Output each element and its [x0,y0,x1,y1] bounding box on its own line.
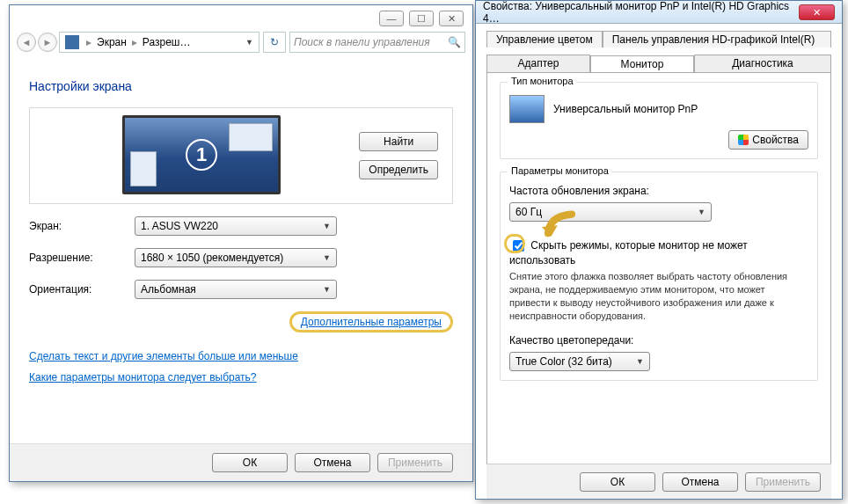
chevron-down-icon: ▼ [698,208,705,216]
back-button[interactable]: ◄ [17,33,36,52]
ok-button[interactable]: ОК [580,472,655,492]
cancel-button[interactable]: Отмена [295,453,370,472]
chevron-down-icon: ▼ [323,222,331,230]
apply-button[interactable]: Применить [745,472,821,492]
screen-icon [65,35,79,49]
preview-window-icon [229,123,273,151]
cancel-button[interactable]: Отмена [662,472,738,492]
hide-modes-description: Снятие этого флажка позволяет выбрать ча… [509,270,808,322]
monitor-preview: 1 Найти Определить [29,107,453,204]
titlebar: Свойства: Универсальный монитор PnP и In… [476,1,842,24]
chevron-down-icon: ▼ [323,253,331,262]
crumb-resolution[interactable]: Разреш… [141,36,193,48]
color-quality-select[interactable]: True Color (32 бита)▼ [509,352,650,371]
monitor-type-group: Тип монитора Универсальный монитор PnP С… [500,82,818,159]
monitor-name: Универсальный монитор PnP [553,103,698,115]
text-size-link[interactable]: Сделать текст и другие элементы больше и… [29,350,298,362]
tab-content: Тип монитора Универсальный монитор PnP С… [486,72,831,468]
hide-modes-checkbox[interactable] [513,240,524,252]
minimize-button[interactable]: — [379,11,404,26]
monitor-params-group: Параметры монитора Частота обновления эк… [500,172,818,381]
dialog-footer: ОК Отмена Применить [486,464,831,499]
forward-button[interactable]: ► [38,33,57,52]
refresh-rate-label: Частота обновления экрана: [509,185,808,197]
dialog-footer: ОК Отмена Применить [10,443,472,481]
tab-monitor[interactable]: Монитор [590,55,694,73]
maximize-button[interactable]: ☐ [409,11,434,26]
apply-button[interactable]: Применить [377,453,453,472]
tab-adapter[interactable]: Адаптер [486,55,590,72]
close-button[interactable]: ✕ [799,4,835,20]
properties-button[interactable]: Свойства [728,130,808,150]
search-icon: 🔍 [448,36,461,48]
orientation-label: Ориентация: [29,283,135,296]
monitor-icon [509,95,545,123]
nav-bar: ◄ ► ▸ Экран ▸ Разреш… ▼ ↻ Поиск в панели… [10,28,472,56]
search-input[interactable]: Поиск в панели управления 🔍 [289,32,465,53]
tab-diagnostics[interactable]: Диагностика [694,55,831,72]
monitor-thumbnail[interactable]: 1 [122,115,281,194]
detect-button[interactable]: Определить [359,160,438,179]
tab-intel-panel[interactable]: Панель управления HD-графикой Intel(R) [603,31,831,47]
screen-label: Экран: [29,220,135,232]
advanced-link-highlight: Дополнительные параметры [289,311,453,332]
page-title: Настройки экрана [29,79,453,93]
refresh-button[interactable]: ↻ [263,32,286,53]
resolution-select[interactable]: 1680 × 1050 (рекомендуется)▼ [135,248,337,267]
hide-modes-label: Скрыть режимы, которые монитор не может … [509,239,748,267]
find-button[interactable]: Найти [359,132,438,151]
breadcrumb[interactable]: ▸ Экран ▸ Разреш… ▼ [59,32,260,53]
monitor-help-link[interactable]: Какие параметры монитора следует выбрать… [29,371,257,383]
monitor-number: 1 [186,139,217,171]
display-settings-window: — ☐ ✕ ◄ ► ▸ Экран ▸ Разреш… ▼ ↻ Поиск в … [9,4,473,482]
preview-window-icon [130,151,157,186]
resolution-label: Разрешение: [29,252,135,264]
close-button[interactable]: ✕ [439,11,464,26]
refresh-rate-select[interactable]: 60 Гц▼ [509,202,712,222]
window-title: Свойства: Универсальный монитор PnP и In… [483,0,799,25]
tabs-row-back: Управление цветом Панель управления HD-г… [486,31,831,47]
tabs-row-front: Адаптер Монитор Диагностика [486,55,831,72]
orientation-select[interactable]: Альбомная▼ [135,280,337,299]
chevron-down-icon: ▼ [323,285,331,294]
tab-color-management[interactable]: Управление цветом [486,31,603,47]
group-legend: Параметры монитора [508,165,612,176]
color-quality-label: Качество цветопередачи: [509,334,808,347]
chevron-down-icon: ▼ [636,357,644,366]
group-legend: Тип монитора [508,76,577,86]
shield-icon [738,135,749,145]
advanced-settings-link[interactable]: Дополнительные параметры [301,316,442,328]
window-controls: — ☐ ✕ [379,11,464,26]
screen-select[interactable]: 1. ASUS VW220▼ [135,216,337,236]
crumb-screen[interactable]: Экран [95,36,128,48]
ok-button[interactable]: ОК [212,453,288,472]
search-placeholder: Поиск в панели управления [294,36,430,48]
monitor-properties-window: Свойства: Универсальный монитор PnP и In… [475,0,843,500]
